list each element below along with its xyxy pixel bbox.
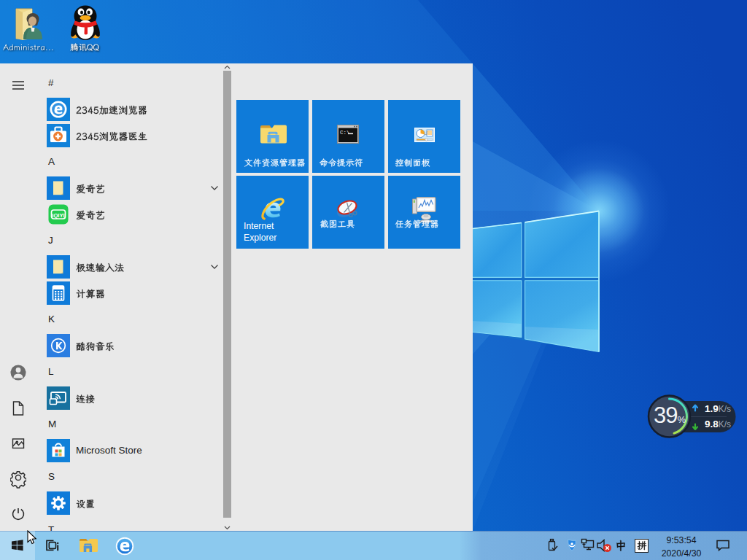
svg-text:iQIYI: iQIYI bbox=[52, 212, 64, 219]
svg-text:C:\: C:\ bbox=[340, 130, 350, 136]
